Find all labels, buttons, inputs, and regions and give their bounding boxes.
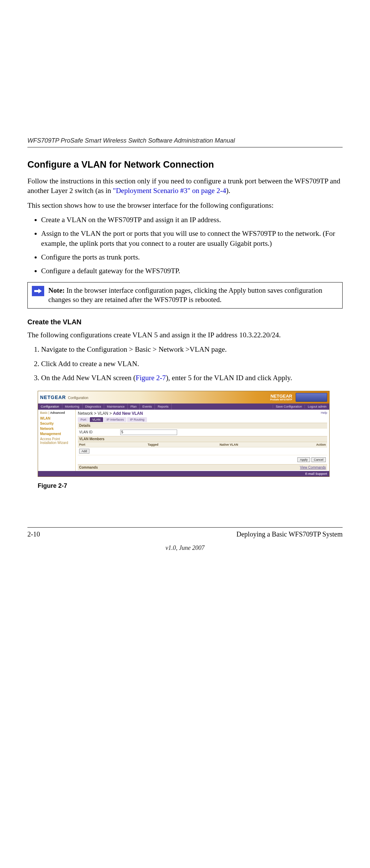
bullet-item: Assign to the VLAN the port or ports tha…: [41, 229, 343, 248]
logout-link[interactable]: Logout admin: [305, 405, 329, 408]
ss-sidebar: Basic | Advanced WLAN Security Network M…: [38, 410, 76, 471]
tab-diagnostics[interactable]: Diagnostics: [83, 403, 104, 410]
col-native-vlan: Native VLAN: [220, 443, 292, 446]
step-item: Navigate to the Configuration > Basic > …: [41, 345, 343, 354]
intro1-b: ).: [226, 186, 230, 195]
breadcrumb: Network > VLAN > Add New VLAN: [78, 411, 327, 416]
subtab-vlan[interactable]: VLAN: [90, 417, 103, 422]
tab-reports[interactable]: Reports: [155, 403, 172, 410]
step-text: Click Add to create a new VLAN.: [41, 360, 139, 368]
note-icon-cell: [28, 282, 48, 300]
brand-model: ProSafe WFS709TP: [270, 398, 292, 401]
embedded-screenshot: NETGEAR Configuration NETGEAR ProSafe WF…: [38, 391, 330, 477]
step-item: On the Add New VLAN screen (Figure 2-7),…: [41, 373, 343, 383]
note-body: In the browser interface configuration p…: [48, 287, 322, 304]
tab-plan[interactable]: Plan: [128, 403, 140, 410]
sidebar-item-management[interactable]: Management: [40, 431, 73, 436]
bullet-item: Create a VLAN on the WFS709TP and assign…: [41, 215, 343, 225]
step3-b: ), enter 5 for the VLAN ID and click App…: [166, 374, 292, 382]
section-title: Configure a VLAN for Network Connection: [27, 159, 343, 170]
ss-main: Help Network > VLAN > Add New VLAN Port …: [76, 410, 329, 471]
ss-main-tabs: Configuration Monitoring Diagnostics Mai…: [38, 403, 329, 410]
ss-footer: E-mail Support: [38, 471, 329, 477]
intro-paragraph-2: This section shows how to use the browse…: [27, 201, 343, 210]
device-image-icon: [296, 393, 327, 402]
note-label: Note:: [48, 287, 65, 294]
ss-subtabs: Port VLAN IP Interfaces IP Routing: [78, 417, 327, 422]
subtab-port[interactable]: Port: [78, 417, 89, 422]
ss-body: Basic | Advanced WLAN Security Network M…: [38, 410, 329, 471]
col-tagged: Tagged: [120, 443, 220, 446]
col-port: Port: [79, 443, 120, 446]
save-configuration-link[interactable]: Save Configuration: [273, 405, 305, 408]
form-actions: Apply Cancel: [78, 455, 327, 464]
netgear-logo: NETGEAR: [40, 395, 66, 400]
commands-bar: Commands View Commands: [78, 464, 327, 470]
page-footer: 2-10 Deploying a Basic WFS709TP System: [27, 527, 343, 538]
figure-caption: Figure 2-7: [38, 482, 343, 490]
sidebar-item-security[interactable]: Security: [40, 421, 73, 426]
page-number: 2-10: [27, 530, 40, 538]
breadcrumb-current: Add New VLAN: [113, 411, 143, 416]
sidebar-item-ap-wizard[interactable]: Access Point Installation Wizard: [40, 436, 73, 445]
version-line: v1.0, June 2007: [27, 544, 343, 552]
mode-basic[interactable]: Basic: [40, 411, 48, 414]
vlan-id-label: VLAN ID: [79, 430, 120, 434]
subtab-ip-routing[interactable]: IP Routing: [127, 417, 147, 422]
ss-top-banner: NETGEAR Configuration NETGEAR ProSafe WF…: [38, 391, 329, 403]
step3-a: On the Add New VLAN screen (: [41, 374, 136, 382]
panel-members-header: VLAN Members: [78, 436, 327, 442]
mode-selector: Basic | Advanced: [40, 411, 73, 414]
running-header: WFS709TP ProSafe Smart Wireless Switch S…: [27, 137, 343, 147]
help-link[interactable]: Help: [321, 411, 327, 414]
view-commands-link[interactable]: View Commands: [300, 466, 326, 469]
sub-intro: The following configurations create VLAN…: [27, 330, 343, 340]
note-text: Note: In the browser interface configura…: [48, 282, 342, 308]
bullet-list: Create a VLAN on the WFS709TP and assign…: [27, 215, 343, 276]
intro-paragraph-1: Follow the instructions in this section …: [27, 176, 343, 196]
sidebar-item-wlan[interactable]: WLAN: [40, 416, 73, 421]
ss-logo-left: NETGEAR Configuration: [40, 395, 88, 400]
add-row: Add: [78, 447, 327, 455]
subtab-ip-interfaces[interactable]: IP Interfaces: [104, 417, 126, 422]
figure-link[interactable]: Figure 2-7: [136, 374, 166, 382]
ordered-steps: Navigate to the Configuration > Basic > …: [27, 345, 343, 383]
sidebar-item-network[interactable]: Network: [40, 426, 73, 431]
bullet-item: Configure the ports as trunk ports.: [41, 252, 343, 262]
step-text: Navigate to the Configuration > Basic > …: [41, 345, 227, 353]
brand-right: NETGEAR ProSafe WFS709TP: [270, 394, 292, 401]
note-box: Note: In the browser interface configura…: [27, 282, 343, 309]
deployment-scenario-link[interactable]: "Deployment Scenario #3" on page 2-4: [113, 186, 226, 195]
tab-maintenance[interactable]: Maintenance: [104, 403, 128, 410]
brand-right-text: NETGEAR: [270, 394, 292, 399]
arrow-right-icon: [32, 286, 44, 296]
col-action: Action: [292, 443, 326, 446]
tab-configuration[interactable]: Configuration: [38, 403, 62, 410]
tab-monitoring[interactable]: Monitoring: [62, 403, 83, 410]
subsection-title: Create the VLAN: [27, 318, 343, 326]
step-item: Click Add to create a new VLAN.: [41, 359, 343, 369]
chapter-title: Deploying a Basic WFS709TP System: [236, 530, 343, 538]
commands-label: Commands: [79, 466, 98, 469]
vlan-id-input[interactable]: [120, 430, 177, 435]
vlan-id-row: VLAN ID: [78, 429, 327, 436]
bullet-item: Configure a default gateway for the WFS7…: [41, 266, 343, 276]
add-button[interactable]: Add: [79, 449, 89, 454]
members-table-head: Port Tagged Native VLAN Action: [78, 442, 327, 447]
document-page: WFS709TP ProSafe Smart Wireless Switch S…: [0, 0, 370, 586]
ss-right-brand: NETGEAR ProSafe WFS709TP: [270, 393, 327, 402]
apply-button[interactable]: Apply: [297, 457, 310, 462]
breadcrumb-path: Network > VLAN >: [78, 411, 113, 416]
cancel-button[interactable]: Cancel: [311, 457, 326, 462]
banner-subtitle: Configuration: [68, 396, 88, 400]
mode-advanced[interactable]: Advanced: [50, 411, 65, 414]
tab-events[interactable]: Events: [140, 403, 155, 410]
panel-details-header: Details: [78, 423, 327, 429]
